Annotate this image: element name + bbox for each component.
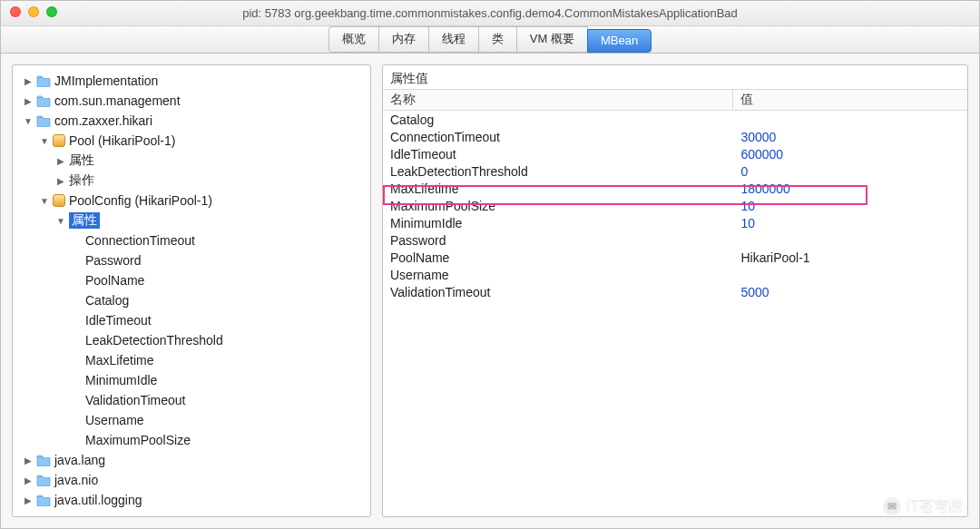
attr-value: 600000	[733, 147, 967, 162]
tree-item[interactable]: ConnectionTimeout	[16, 230, 367, 250]
table-row[interactable]: MaxLifetime1800000	[383, 180, 967, 197]
window-controls	[10, 6, 57, 17]
tree-item[interactable]: ▼PoolConfig (HikariPool-1)	[16, 191, 367, 211]
minimize-icon[interactable]	[28, 6, 39, 17]
tree-item-label: PoolConfig (HikariPool-1)	[69, 193, 212, 208]
column-name[interactable]: 名称	[383, 90, 733, 110]
disclosure-spacer	[71, 434, 83, 446]
mbean-icon	[53, 134, 65, 147]
right-pane: 属性值 名称 值 CatalogConnectionTimeout30000Id…	[382, 54, 979, 528]
disclosure-spacer	[71, 414, 83, 426]
tree-item-label: IdleTimeout	[85, 313, 152, 328]
chevron-right-icon[interactable]: ▶	[22, 94, 34, 107]
tree-item-label: MaximumPoolSize	[85, 433, 191, 447]
folder-icon	[36, 473, 51, 487]
tab-memory[interactable]: 内存	[378, 26, 429, 53]
tab-classes[interactable]: 类	[478, 26, 517, 53]
table-row[interactable]: LeakDetectionThreshold0	[383, 162, 967, 180]
attr-value: 0	[733, 164, 967, 179]
chevron-down-icon[interactable]: ▼	[38, 134, 51, 147]
tab-threads[interactable]: 线程	[428, 26, 479, 53]
chevron-right-icon[interactable]: ▶	[22, 494, 34, 506]
tree-item-label: 属性	[69, 152, 94, 169]
table-row[interactable]: ConnectionTimeout30000	[383, 128, 967, 145]
tab-vm-summary[interactable]: VM 概要	[516, 26, 588, 53]
column-value[interactable]: 值	[733, 90, 967, 110]
tree-item-label: JMImplementation	[54, 73, 158, 88]
chevron-down-icon[interactable]: ▼	[22, 114, 34, 127]
mbean-tree-panel: ▶JMImplementation▶com.sun.management▼com…	[12, 64, 371, 517]
chevron-right-icon[interactable]: ▶	[22, 474, 34, 486]
tab-bar: 概览 内存 线程 类 VM 概要 MBean	[1, 26, 979, 54]
mbean-tree[interactable]: ▶JMImplementation▶com.sun.management▼com…	[13, 65, 370, 515]
chevron-right-icon[interactable]: ▶	[22, 454, 34, 466]
chevron-right-icon[interactable]: ▶	[54, 154, 67, 167]
tree-item[interactable]: ▶java.lang	[16, 450, 367, 470]
chevron-right-icon[interactable]: ▶	[22, 74, 34, 87]
attr-name: MaximumPoolSize	[383, 199, 733, 213]
tree-item[interactable]: ▶操作	[16, 171, 367, 191]
zoom-icon[interactable]	[46, 6, 57, 17]
table-header: 名称 值	[383, 89, 967, 111]
tree-item[interactable]: ▼属性	[16, 211, 367, 230]
body: ▶JMImplementation▶com.sun.management▼com…	[1, 54, 979, 528]
tree-item-label: MinimumIdle	[85, 373, 157, 387]
attr-name: MinimumIdle	[383, 216, 733, 230]
attr-name: ConnectionTimeout	[383, 130, 733, 144]
attr-name: Password	[383, 233, 733, 248]
tree-item[interactable]: IdleTimeout	[16, 310, 367, 330]
tree-item[interactable]: ▼com.zaxxer.hikari	[16, 111, 367, 131]
disclosure-spacer	[71, 314, 83, 327]
tab-mbean[interactable]: MBean	[587, 29, 652, 53]
tree-item[interactable]: PoolName	[16, 270, 367, 290]
table-body: CatalogConnectionTimeout30000IdleTimeout…	[383, 111, 967, 300]
attr-value: 10	[733, 199, 967, 213]
tree-item[interactable]: ▼Pool (HikariPool-1)	[16, 131, 367, 151]
table-row[interactable]: MaximumPoolSize10	[383, 197, 967, 214]
attr-value: HikariPool-1	[733, 250, 967, 265]
disclosure-spacer	[71, 374, 83, 387]
mbean-icon	[53, 194, 65, 207]
attr-name: ValidationTimeout	[383, 285, 733, 299]
tree-item[interactable]: ValidationTimeout	[16, 390, 367, 410]
tree-item-label: com.sun.management	[54, 93, 181, 108]
tree-item[interactable]: ▶java.util.logging	[16, 490, 367, 510]
attr-value: 30000	[733, 130, 967, 144]
close-icon[interactable]	[10, 6, 21, 17]
folder-icon	[36, 73, 51, 88]
tree-item-label: java.lang	[54, 453, 105, 467]
window-title: pid: 5783 org.geekbang.time.commonmistak…	[1, 6, 979, 20]
tree-item[interactable]: Username	[16, 410, 367, 430]
tree-item[interactable]: MaxLifetime	[16, 350, 367, 370]
tree-item[interactable]: MaximumPoolSize	[16, 430, 367, 450]
tree-item[interactable]: MinimumIdle	[16, 370, 367, 390]
chevron-down-icon[interactable]: ▼	[38, 194, 51, 207]
tree-item[interactable]: Password	[16, 250, 367, 270]
tree-item[interactable]: ▶java.nio	[16, 470, 367, 490]
tree-item-label: com.zaxxer.hikari	[54, 113, 152, 128]
tab-overview[interactable]: 概览	[328, 26, 379, 53]
chevron-right-icon[interactable]: ▶	[54, 174, 67, 187]
table-row[interactable]: PoolNameHikariPool-1	[383, 249, 967, 266]
chevron-down-icon[interactable]: ▼	[54, 214, 67, 227]
tree-item-label: ValidationTimeout	[85, 393, 186, 407]
attr-name: IdleTimeout	[383, 147, 733, 162]
table-row[interactable]: ValidationTimeout5000	[383, 283, 967, 300]
disclosure-spacer	[71, 254, 83, 267]
tree-item-label: PoolName	[85, 273, 144, 288]
tree-item[interactable]: ▶JMImplementation	[16, 71, 367, 91]
table-row[interactable]: Username	[383, 266, 967, 283]
folder-icon	[36, 93, 51, 108]
app-window: { "title": "pid: 5783 org.geekbang.time.…	[0, 0, 980, 529]
table-row[interactable]: IdleTimeout600000	[383, 145, 967, 162]
tree-item-label: java.util.logging	[54, 493, 142, 507]
folder-icon	[36, 493, 51, 507]
table-row[interactable]: Catalog	[383, 111, 967, 128]
table-row[interactable]: Password	[383, 231, 967, 249]
tree-item[interactable]: ▶com.sun.management	[16, 91, 367, 111]
tree-item[interactable]: ▶属性	[16, 151, 367, 171]
tree-item[interactable]: Catalog	[16, 290, 367, 310]
table-row[interactable]: MinimumIdle10	[383, 214, 967, 231]
disclosure-spacer	[71, 274, 83, 287]
tree-item[interactable]: LeakDetectionThreshold	[16, 330, 367, 350]
